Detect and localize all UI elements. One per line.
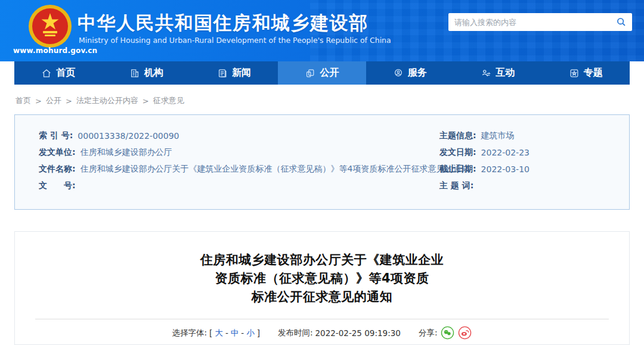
meta-column-left: 索 引 号: 000013338/2022-00090 发文单位: 住房和城乡建… bbox=[39, 128, 439, 209]
nav-tab-label: 公开 bbox=[320, 67, 339, 79]
bracket-open: [ bbox=[209, 328, 212, 338]
article-title-line: 住房和城乡建设部办公厅关于《建筑业企业 bbox=[200, 253, 444, 267]
meta-row-issue-date: 发文日期: 2022-02-23 bbox=[439, 144, 629, 161]
meta-label: 发文日期: bbox=[439, 147, 476, 158]
search-button[interactable] bbox=[611, 13, 632, 31]
site-url: www.mohurd.gov.cn bbox=[13, 46, 97, 55]
article-title-line: 资质标准（征求意见稿）》等4项资质 bbox=[215, 271, 429, 285]
meta-label: 索 引 号: bbox=[39, 130, 73, 141]
interaction-icon bbox=[481, 68, 491, 79]
meta-label: 发文单位: bbox=[39, 147, 76, 158]
meta-value: 建筑市场 bbox=[481, 130, 515, 141]
meta-label: 文 号: bbox=[39, 181, 76, 191]
nav-tab-label: 新闻 bbox=[232, 67, 251, 79]
nav-tab-label: 服务 bbox=[408, 67, 427, 79]
nav-tab-news[interactable]: 新闻 bbox=[190, 61, 278, 85]
meta-value: 000013338/2022-00090 bbox=[78, 131, 179, 141]
publish-time-value: 2022-02-25 09:19:30 bbox=[315, 328, 400, 338]
breadcrumb-link-disclosure[interactable]: 公开 bbox=[46, 95, 61, 106]
meta-row-topic-info: 主题信息: 建筑市场 bbox=[439, 128, 629, 144]
font-size-small-button[interactable]: 小 bbox=[246, 328, 255, 338]
main-nav: 首页 机构 新闻 公开 服务 bbox=[14, 61, 630, 85]
publish-time-label: 发布时间: bbox=[278, 328, 313, 338]
breadcrumb-separator: > bbox=[143, 97, 149, 105]
meta-value: 住房和城乡建设部办公厅关于《建筑业企业资质标准（征求意见稿）》等4项资质标准公开… bbox=[80, 164, 470, 175]
breadcrumb-link-home[interactable]: 首页 bbox=[16, 95, 31, 106]
share-label: 分享: bbox=[419, 328, 438, 338]
meta-value: 住房和城乡建设部办公厅 bbox=[80, 147, 172, 158]
special-topic-icon bbox=[569, 68, 580, 79]
meta-row-document-number: 文 号: bbox=[39, 178, 439, 194]
meta-label: 文件名称: bbox=[39, 164, 76, 175]
meta-value: 2022-02-23 bbox=[481, 148, 530, 157]
font-size-selector: 选择字体: [ 大 - 中 - 小 ] bbox=[172, 328, 260, 338]
nav-tab-home[interactable]: 首页 bbox=[14, 61, 102, 85]
nav-tab-label: 机构 bbox=[144, 67, 163, 79]
site-header: www.mohurd.gov.cn 中华人民共和国住房和城乡建设部 Minist… bbox=[0, 0, 644, 61]
font-size-large-button[interactable]: 大 bbox=[215, 328, 223, 338]
publish-time: 发布时间: 2022-02-25 09:19:30 bbox=[278, 328, 401, 338]
nav-tab-label: 首页 bbox=[56, 67, 75, 79]
national-emblem-logo bbox=[27, 4, 73, 49]
meta-row-deadline-date: 截止日期: 2022-03-10 bbox=[439, 161, 629, 178]
nav-tab-organization[interactable]: 机构 bbox=[102, 61, 190, 85]
article-title: 住房和城乡建设部办公厅关于《建筑业企业 资质标准（征求意见稿）》等4项资质 标准… bbox=[15, 251, 629, 306]
search-box bbox=[448, 13, 632, 31]
nav-tab-label: 专题 bbox=[584, 67, 603, 79]
organization-icon bbox=[129, 68, 140, 79]
document-meta-box: 索 引 号: 000013338/2022-00090 发文单位: 住房和城乡建… bbox=[14, 114, 630, 210]
dash: - bbox=[241, 328, 244, 338]
wechat-share-icon[interactable] bbox=[441, 326, 454, 340]
nav-tab-service[interactable]: 服务 bbox=[366, 61, 454, 85]
share-icons bbox=[441, 326, 472, 340]
article-title-line: 标准公开征求意见的通知 bbox=[252, 290, 393, 304]
weibo-share-icon[interactable] bbox=[458, 326, 472, 340]
meta-label: 主 题 词: bbox=[439, 181, 473, 191]
site-title: 中华人民共和国住房和城乡建设部 bbox=[78, 11, 369, 36]
meta-label: 截止日期: bbox=[439, 164, 476, 175]
nav-tab-special-topic[interactable]: 专题 bbox=[542, 61, 630, 85]
title-divider bbox=[35, 319, 609, 319]
search-input[interactable] bbox=[448, 18, 611, 27]
breadcrumb-link-statutory-content[interactable]: 法定主动公开内容 bbox=[76, 95, 138, 106]
breadcrumb-separator: > bbox=[66, 97, 72, 105]
dash: - bbox=[225, 328, 228, 338]
search-icon bbox=[616, 17, 627, 27]
meta-row-keywords: 主 题 词: bbox=[439, 178, 629, 194]
meta-column-right: 主题信息: 建筑市场 发文日期: 2022-02-23 截止日期: 2022-0… bbox=[439, 128, 629, 209]
disclosure-icon bbox=[305, 68, 315, 79]
font-size-medium-button[interactable]: 中 bbox=[231, 328, 239, 338]
news-icon bbox=[217, 68, 228, 79]
meta-row-index-number: 索 引 号: 000013338/2022-00090 bbox=[39, 128, 439, 144]
share-group: 分享: bbox=[419, 326, 472, 340]
breadcrumb: 首页 > 公开 > 法定主动公开内容 > 征求意见 bbox=[16, 95, 184, 106]
meta-value: 2022-03-10 bbox=[481, 164, 530, 174]
nav-tab-interaction[interactable]: 互动 bbox=[454, 61, 541, 85]
font-size-label: 选择字体: bbox=[172, 328, 208, 338]
nav-tab-label: 互动 bbox=[496, 67, 515, 79]
nav-tab-disclosure[interactable]: 公开 bbox=[278, 61, 366, 85]
home-icon bbox=[41, 68, 52, 79]
breadcrumb-link-solicit-opinions[interactable]: 征求意见 bbox=[153, 95, 184, 106]
meta-label: 主题信息: bbox=[439, 130, 476, 141]
article-toolbar: 选择字体: [ 大 - 中 - 小 ] 发布时间: 2022-02-25 09:… bbox=[15, 326, 629, 340]
meta-row-document-name: 文件名称: 住房和城乡建设部办公厅关于《建筑业企业资质标准（征求意见稿）》等4项… bbox=[39, 161, 439, 178]
service-icon bbox=[393, 68, 404, 79]
meta-row-issuing-unit: 发文单位: 住房和城乡建设部办公厅 bbox=[39, 144, 439, 161]
breadcrumb-separator: > bbox=[35, 97, 42, 105]
site-subtitle: Ministry of Housing and Urban-Rural Deve… bbox=[79, 36, 391, 45]
bracket-close: ] bbox=[257, 328, 260, 338]
article-card: 住房和城乡建设部办公厅关于《建筑业企业 资质标准（征求意见稿）》等4项资质 标准… bbox=[14, 231, 630, 345]
